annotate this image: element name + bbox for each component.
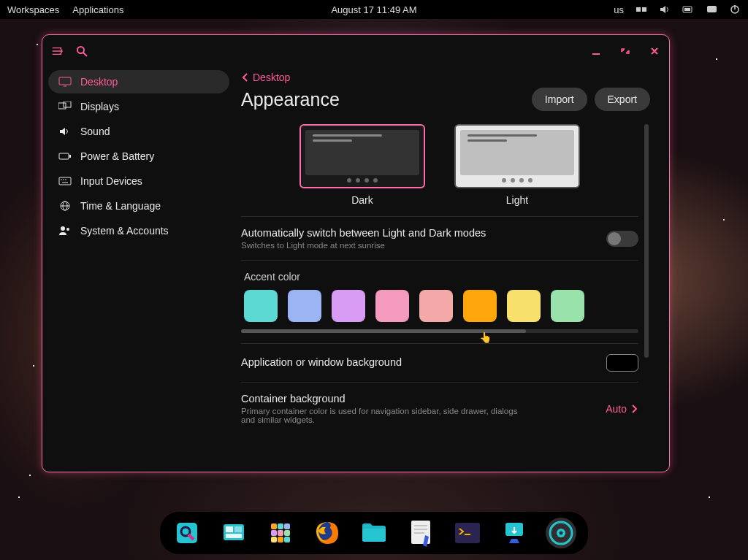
battery-icon[interactable] <box>682 4 694 15</box>
svg-rect-34 <box>278 523 283 529</box>
svg-rect-3 <box>684 8 690 11</box>
svg-rect-39 <box>271 537 277 542</box>
search-icon[interactable] <box>76 45 88 57</box>
container-background-subtitle: Primary container color is used for navi… <box>241 407 519 424</box>
sidebar-item-label: Time & Language <box>80 200 161 212</box>
auto-mode-subtitle: Switches to Light mode at next sunrise <box>241 241 486 250</box>
sound-icon <box>58 126 72 137</box>
svg-rect-30 <box>226 526 233 532</box>
svg-rect-14 <box>59 153 69 159</box>
sidebar-item-system[interactable]: System & Accounts <box>48 219 229 242</box>
dock-item-settings[interactable] <box>546 518 576 548</box>
app-background-row[interactable]: Application or window background <box>241 343 638 382</box>
sidebar-item-desktop[interactable]: Desktop <box>48 70 229 93</box>
auto-mode-row: Automatically switch between Light and D… <box>241 216 638 260</box>
applications-menu[interactable]: Applications <box>72 4 123 15</box>
breadcrumb-back[interactable]: Desktop <box>241 72 650 83</box>
svg-point-7 <box>77 47 84 53</box>
svg-rect-31 <box>234 526 242 532</box>
app-background-title: Application or window background <box>241 356 402 368</box>
sidebar-item-displays[interactable]: Displays <box>48 95 229 118</box>
container-background-row[interactable]: Container background Primary container c… <box>241 382 638 434</box>
svg-rect-43 <box>362 529 386 542</box>
top-bar: Workspaces Applications August 17 11:49 … <box>0 0 748 19</box>
svg-rect-32 <box>226 534 242 538</box>
theme-option-light[interactable]: Light <box>454 124 580 206</box>
accent-swatch-0[interactable] <box>244 290 278 322</box>
theme-label: Dark <box>351 194 373 206</box>
svg-point-18 <box>63 179 64 180</box>
keyboard-icon <box>58 175 72 187</box>
battery-icon <box>58 150 72 162</box>
accent-swatch-row <box>241 290 638 322</box>
sidebar-item-label: Sound <box>80 126 110 137</box>
svg-rect-13 <box>64 101 71 107</box>
settings-window: Desktop Displays Sound Power & Battery I… <box>42 34 670 472</box>
auto-mode-title: Automatically switch between Light and D… <box>241 227 486 239</box>
dock-item-files[interactable] <box>359 518 389 548</box>
svg-rect-1 <box>642 7 646 12</box>
sidebar-item-power[interactable]: Power & Battery <box>48 145 229 168</box>
sidebar-item-label: Power & Battery <box>80 150 154 162</box>
sidebar-item-input[interactable]: Input Devices <box>48 169 229 193</box>
window-titlebar <box>42 35 669 67</box>
settings-main-panel: Desktop Appearance Import Export <box>235 67 669 472</box>
accent-swatch-6[interactable] <box>507 290 541 322</box>
svg-point-17 <box>61 179 62 180</box>
chevron-left-icon <box>241 72 248 83</box>
dock-item-editor[interactable] <box>405 518 436 548</box>
accent-swatch-1[interactable] <box>288 290 321 322</box>
dock <box>160 512 588 554</box>
export-button[interactable]: Export <box>595 88 650 111</box>
app-background-color-chip[interactable] <box>606 354 638 372</box>
desktop-icon <box>58 76 72 88</box>
auto-mode-toggle[interactable] <box>606 231 638 247</box>
svg-rect-16 <box>59 177 71 185</box>
main-scrollbar[interactable] <box>644 124 649 358</box>
clock[interactable]: August 17 11:49 AM <box>331 4 416 15</box>
dock-item-zoom[interactable] <box>172 518 202 548</box>
dock-item-terminal[interactable] <box>452 518 483 548</box>
workspaces-menu[interactable]: Workspaces <box>7 4 59 15</box>
accent-swatch-3[interactable] <box>375 290 409 322</box>
displays-icon <box>58 101 72 112</box>
svg-point-24 <box>61 226 65 231</box>
dock-item-workspaces[interactable] <box>218 518 249 548</box>
svg-rect-33 <box>271 523 277 529</box>
svg-rect-15 <box>69 155 71 158</box>
sidebar-item-time[interactable]: Time & Language <box>48 194 229 218</box>
svg-rect-37 <box>278 530 283 536</box>
theme-label: Light <box>506 194 528 206</box>
svg-rect-35 <box>284 523 290 529</box>
sidebar-item-label: Desktop <box>80 76 118 88</box>
maximize-button[interactable] <box>619 45 631 57</box>
accent-swatch-2[interactable] <box>332 290 365 322</box>
accent-swatch-4[interactable] <box>419 290 453 322</box>
page-title: Appearance <box>241 89 340 110</box>
svg-rect-10 <box>59 77 71 85</box>
accent-scrollbar[interactable] <box>241 329 638 333</box>
import-button[interactable]: Import <box>532 88 587 111</box>
close-button[interactable] <box>649 45 660 57</box>
keyboard-layout-indicator[interactable]: us <box>614 4 624 15</box>
minimize-button[interactable] <box>590 45 602 57</box>
theme-option-dark[interactable]: Dark <box>299 124 425 206</box>
volume-icon[interactable] <box>659 4 671 15</box>
dock-item-apps[interactable] <box>265 518 296 548</box>
accent-color-title: Accent color <box>241 271 638 283</box>
svg-point-19 <box>65 179 66 180</box>
accent-swatch-7[interactable] <box>551 290 584 322</box>
sidebar-item-sound[interactable]: Sound <box>48 120 229 143</box>
dock-item-firefox[interactable] <box>312 518 343 548</box>
svg-point-53 <box>560 532 563 535</box>
power-icon[interactable] <box>729 4 741 15</box>
dock-item-installer[interactable] <box>499 518 530 548</box>
network-icon[interactable] <box>636 4 647 15</box>
svg-rect-40 <box>278 537 283 542</box>
settings-sidebar: Desktop Displays Sound Power & Battery I… <box>42 67 235 472</box>
menu-icon[interactable] <box>51 45 63 57</box>
accent-swatch-5[interactable] <box>463 290 497 322</box>
notifications-icon[interactable] <box>706 4 717 15</box>
container-background-value: Auto <box>606 403 627 415</box>
svg-rect-4 <box>707 6 717 12</box>
